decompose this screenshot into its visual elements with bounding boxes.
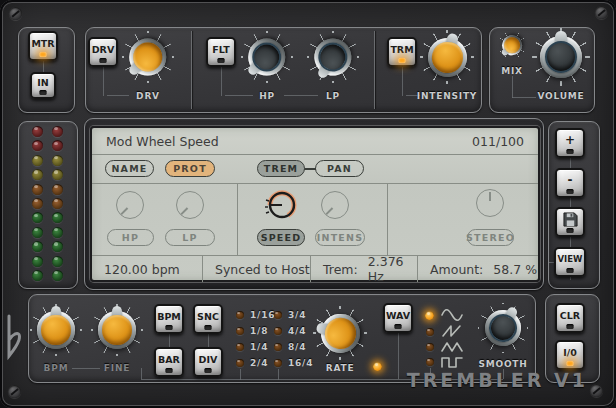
mix-knob[interactable] [498, 31, 526, 59]
screw-icon [8, 385, 21, 398]
power-io-button[interactable]: I/0 [555, 340, 585, 370]
display-speed-label[interactable]: SPEED [257, 229, 305, 246]
trace-line [208, 334, 209, 348]
status-tempo: 120.00 bpm [92, 256, 202, 282]
div-led [205, 368, 212, 373]
display-lp-knob[interactable] [176, 191, 204, 219]
division-row[interactable]: 8/4 [274, 339, 313, 355]
trm-button[interactable]: TRM [387, 37, 417, 67]
flt-button-label: FLT [212, 44, 229, 55]
drive-knob[interactable] [122, 31, 174, 83]
name-button[interactable]: NAME [105, 160, 154, 177]
lcd-display: Mod Wheel Speed 011/100 NAME PROT TREM P… [90, 126, 540, 282]
view-led [567, 268, 574, 273]
bpm-mode-led [166, 325, 173, 330]
meter-led [52, 270, 63, 281]
screw-icon [9, 7, 22, 20]
save-preset-button[interactable] [555, 207, 585, 237]
snc-led [205, 325, 212, 330]
display-lp-label[interactable]: LP [165, 229, 215, 246]
meter-led [52, 169, 63, 180]
view-button[interactable]: VIEW [554, 247, 586, 277]
in-button[interactable]: IN [30, 72, 56, 99]
save-led [567, 228, 574, 233]
display-hp-label[interactable]: HP [107, 229, 154, 246]
bpm-mode-button[interactable]: BPM [154, 304, 184, 334]
trace-line [141, 379, 208, 380]
division-label: 1/4 [250, 342, 268, 352]
snc-button[interactable]: SNC [193, 304, 223, 334]
display-intens-label[interactable]: INTENS [315, 229, 365, 246]
meter-led [32, 169, 43, 180]
division-row[interactable]: 1/8 [236, 323, 275, 339]
bpm-knob[interactable] [30, 304, 82, 356]
meter-led [32, 140, 43, 151]
meter-led [52, 198, 63, 209]
division-row[interactable]: 1/4 [236, 339, 275, 355]
trem-mode-button[interactable]: TREM [257, 160, 305, 177]
div-button[interactable]: DIV [193, 347, 223, 377]
smooth-knob-label: SMOOTH [473, 359, 533, 369]
trace-line [402, 66, 403, 96]
waveform-led-triangle [426, 343, 434, 351]
division-row[interactable]: 2/4 [236, 355, 275, 371]
bpm-knob-label: BPM [26, 363, 86, 373]
preset-decrement-button[interactable]: - [555, 168, 585, 198]
division-led [236, 327, 244, 335]
status-trem-rate: Trem:2.376 Hz [310, 256, 417, 282]
fine-knob[interactable] [91, 304, 143, 356]
preset-increment-button[interactable]: + [555, 128, 585, 158]
preset-index: 011/100 [472, 134, 524, 149]
mtr-button[interactable]: MTR [28, 31, 58, 61]
volume-knob[interactable] [532, 28, 590, 86]
division-leds-col1: 1/16 1/8 1/4 2/4 [236, 307, 275, 371]
lcd-title-row: Mod Wheel Speed 011/100 [92, 128, 538, 155]
mix-knob-label: MIX [492, 66, 532, 76]
pan-mode-button[interactable]: PAN [315, 160, 364, 177]
fine-knob-label: FINE [87, 363, 147, 373]
hp-knob-label: HP [237, 91, 297, 101]
in-button-label: IN [37, 77, 49, 88]
waveform-led-square [426, 358, 434, 366]
display-intens-knob[interactable] [321, 191, 349, 219]
intensity-knob[interactable] [420, 30, 474, 84]
division-led [236, 343, 244, 351]
bar-button[interactable]: BAR [154, 347, 184, 377]
bpm-mode-label: BPM [157, 311, 181, 322]
trace-line [208, 379, 430, 380]
saw-wave-icon [441, 324, 463, 338]
smooth-knob[interactable] [478, 303, 528, 353]
trace-line [43, 61, 44, 72]
trace-line [169, 334, 170, 348]
trm-led [399, 58, 406, 63]
division-row[interactable]: 1/16 [236, 307, 275, 323]
trace-line [221, 66, 222, 96]
rate-knob[interactable] [313, 306, 367, 360]
screw-icon [595, 6, 608, 19]
wav-button[interactable]: WAV [383, 303, 413, 333]
hp-knob[interactable] [241, 31, 293, 83]
display-hp-knob[interactable] [116, 191, 144, 219]
volume-knob-label: VOLUME [531, 91, 591, 101]
display-speed-knob[interactable] [262, 185, 302, 225]
drive-knob-label: DRV [118, 91, 178, 101]
division-row[interactable]: 16/4 [274, 355, 313, 371]
division-row[interactable]: 4/4 [274, 323, 313, 339]
clr-button[interactable]: CLR [555, 303, 585, 333]
division-led [274, 359, 282, 367]
flt-button[interactable]: FLT [206, 37, 236, 67]
drv-button[interactable]: DRV [88, 37, 118, 67]
increment-led [567, 149, 574, 154]
bar-label: BAR [158, 354, 180, 365]
lcd-button-row: NAME PROT TREM PAN [92, 155, 538, 184]
snc-label: SNC [197, 311, 219, 322]
status-amount: Amount:58.7 % [417, 256, 542, 282]
display-stereo-knob[interactable] [476, 189, 504, 217]
prot-button[interactable]: PROT [165, 160, 215, 177]
divider [237, 184, 238, 256]
product-title: TREMBLER V1 [407, 369, 588, 391]
display-stereo-label[interactable]: STEREO [467, 229, 514, 246]
division-row[interactable]: 3/4 [274, 307, 313, 323]
lp-knob[interactable] [307, 31, 359, 83]
status-sync: Synced to Host [202, 256, 310, 282]
